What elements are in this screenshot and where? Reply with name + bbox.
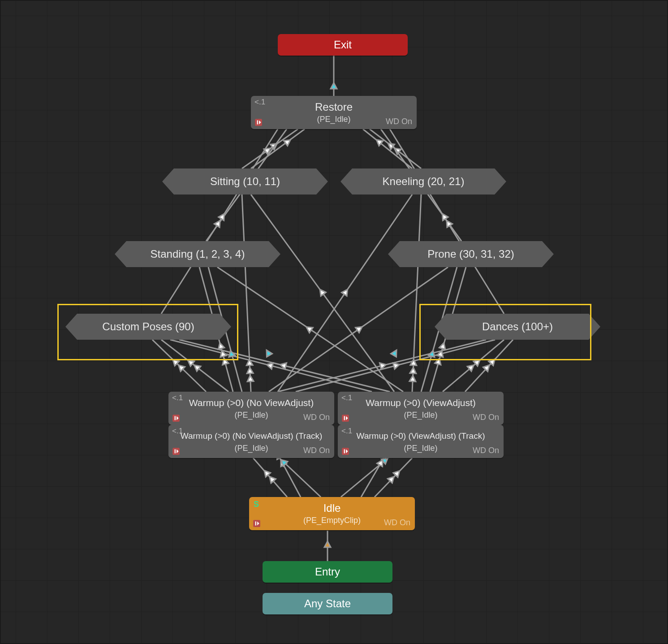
threshold-badge: <.1 <box>254 98 265 107</box>
state-entry[interactable]: Entry <box>263 561 392 583</box>
threshold-badge: <.1 <box>172 427 183 436</box>
label: Restore <box>315 101 353 113</box>
write-defaults-badge: WD On <box>384 518 410 527</box>
svg-line-35 <box>251 129 305 169</box>
label: Prone (30, 31, 32) <box>427 248 514 260</box>
motion-label: (PE_Idle) <box>234 443 268 453</box>
threshold-badge: <.1 <box>341 393 352 402</box>
label: Exit <box>334 39 352 51</box>
svg-rect-46 <box>175 416 176 420</box>
motion-icon <box>253 519 261 527</box>
state-restore[interactable]: <.1 Restore (PE_Idle) WD On <box>251 96 417 129</box>
threshold-badge: <.1 <box>341 427 352 436</box>
svg-rect-58 <box>255 522 256 526</box>
write-defaults-badge: WD On <box>473 446 499 455</box>
substate-dances[interactable]: Dances (100+) <box>435 314 600 340</box>
threshold-badge: <.1 <box>172 393 183 402</box>
svg-rect-43 <box>257 121 258 125</box>
sync-badge: S <box>254 500 259 509</box>
substate-custom-poses[interactable]: Custom Poses (90) <box>65 314 231 340</box>
state-exit[interactable]: Exit <box>278 34 408 56</box>
label: Warmup (>0) (No ViewAdjust) (Track) <box>181 430 323 442</box>
write-defaults-badge: WD On <box>303 413 330 422</box>
motion-label: (PE_Idle) <box>404 443 437 453</box>
state-warmup-no-viewadjust-track[interactable]: <.1 Warmup (>0) (No ViewAdjust) (Track) … <box>168 425 334 458</box>
substate-sitting[interactable]: Sitting (10, 11) <box>162 169 328 194</box>
motion-label: (PE_Idle) <box>234 410 268 420</box>
motion-icon <box>341 447 349 455</box>
motion-label: (PE_EmptyClip) <box>303 515 361 525</box>
write-defaults-badge: WD On <box>386 117 412 126</box>
label: Warmup (>0) (No ViewAdjust) <box>189 397 314 409</box>
label: Dances (100+) <box>482 320 553 333</box>
motion-label: (PE_Idle) <box>404 410 437 420</box>
label: Any State <box>304 597 351 610</box>
label: Sitting (10, 11) <box>210 175 280 188</box>
svg-rect-52 <box>175 450 176 454</box>
substate-kneeling[interactable]: Kneeling (20, 21) <box>340 169 506 194</box>
write-defaults-badge: WD On <box>303 446 330 455</box>
motion-icon <box>172 414 180 422</box>
motion-label: (PE_Idle) <box>317 114 350 124</box>
state-warmup-viewadjust[interactable]: <.1 Warmup (>0) (ViewAdjust) (PE_Idle) W… <box>338 392 504 425</box>
write-defaults-badge: WD On <box>473 413 499 422</box>
state-warmup-no-viewadjust[interactable]: <.1 Warmup (>0) (No ViewAdjust) (PE_Idle… <box>168 392 334 425</box>
svg-rect-55 <box>344 450 345 454</box>
label: Warmup (>0) (ViewAdjust) <box>366 397 476 409</box>
substate-prone[interactable]: Prone (30, 31, 32) <box>388 241 554 267</box>
label: Kneeling (20, 21) <box>383 175 465 188</box>
label: Custom Poses (90) <box>102 320 194 333</box>
label: Idle <box>323 502 341 514</box>
state-any[interactable]: Any State <box>263 593 392 614</box>
motion-icon <box>341 414 349 422</box>
motion-icon <box>254 118 263 126</box>
svg-rect-49 <box>344 416 345 420</box>
label: Entry <box>315 566 340 578</box>
state-idle-default[interactable]: S Idle (PE_EmptyClip) WD On <box>249 497 415 530</box>
label: Standing (1, 2, 3, 4) <box>151 248 245 260</box>
state-warmup-viewadjust-track[interactable]: <.1 Warmup (>0) (ViewAdjust) (Track) (PE… <box>338 425 504 458</box>
motion-icon <box>172 447 180 455</box>
substate-standing[interactable]: Standing (1, 2, 3, 4) <box>115 241 280 267</box>
label: Warmup (>0) (ViewAdjust) (Track) <box>357 430 485 442</box>
